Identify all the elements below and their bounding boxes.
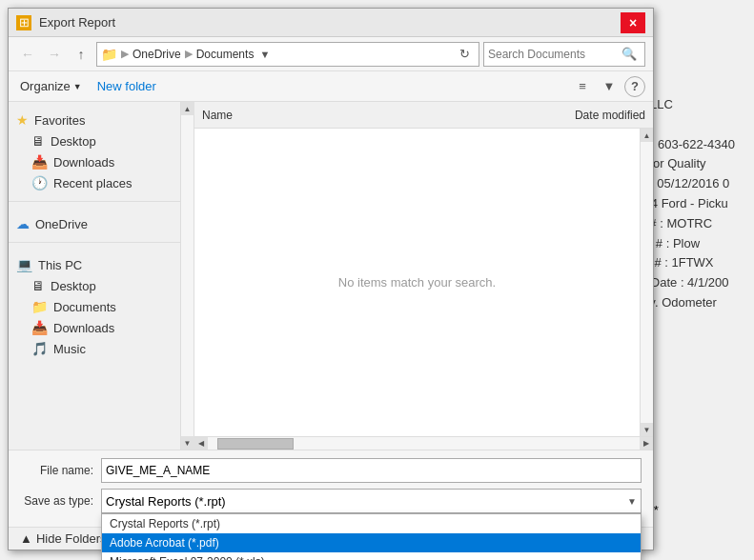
nav-bar: ← → ↑ 📁 ▶ OneDrive ▶ Documents ▼ ↻ 🔍	[9, 37, 653, 71]
option-acrobat[interactable]: Adobe Acrobat (*.pdf)	[102, 533, 641, 552]
forward-button[interactable]: →	[43, 43, 66, 66]
hscroll-thumb[interactable]	[217, 438, 294, 450]
filename-input[interactable]	[101, 458, 642, 483]
address-documents[interactable]: Documents	[196, 48, 255, 61]
downloads-pc-label: Downloads	[53, 321, 114, 335]
dialog-title: Export Report	[39, 15, 115, 30]
toolbar-right: ≡ ▼ ?	[571, 76, 645, 97]
address-dropdown-button[interactable]: ▼	[257, 49, 272, 60]
sidebar-item-downloads-pc[interactable]: 📥 Downloads	[9, 317, 180, 338]
vscroll-track	[641, 142, 653, 423]
sidebar-scroll-down[interactable]: ▼	[181, 436, 194, 450]
hide-folders-label: Hide Folders	[36, 531, 107, 546]
vscroll-up[interactable]: ▲	[641, 129, 654, 142]
toolbar: Organize ▼ New folder ≡ ▼ ?	[9, 71, 653, 102]
file-list-content: No items match your search.	[194, 129, 640, 436]
search-box: 🔍	[483, 42, 645, 67]
help-button[interactable]: ?	[624, 76, 645, 97]
sidebar-item-recent[interactable]: 🕐 Recent places	[9, 172, 180, 193]
horizontal-scrollbar: ◀ ▶	[194, 436, 653, 450]
recent-icon: 🕐	[31, 175, 48, 190]
computer-icon: 💻	[16, 257, 32, 272]
address-separator-1: ▶	[121, 48, 129, 60]
hscroll-track	[208, 437, 640, 450]
onedrive-icon: ☁	[16, 216, 30, 231]
this-pc-section: 💻 This PC 🖥 Desktop 📁 Documents 📥 Downlo…	[9, 247, 180, 363]
col-date-header: Date modified	[512, 109, 645, 122]
address-bar: 📁 ▶ OneDrive ▶ Documents ▼ ↻	[96, 42, 479, 67]
search-input[interactable]	[488, 48, 622, 61]
empty-message: No items match your search.	[338, 275, 496, 290]
hscroll-right[interactable]: ▶	[640, 437, 653, 450]
this-pc-label: This PC	[38, 258, 82, 272]
downloads-fav-label: Downloads	[53, 155, 114, 170]
option-excel[interactable]: Microsoft Excel 97-2000 (*.xls)	[102, 552, 641, 560]
saveas-selected-value: Crystal Reports (*.rpt)	[106, 494, 226, 509]
onedrive-label: OneDrive	[35, 217, 88, 231]
saveas-label: Save as type:	[20, 494, 101, 508]
sidebar-content: ★ Favorites 🖥 Desktop 📥 Downloads 🕐 Rece…	[9, 102, 180, 450]
vscroll-down[interactable]: ▼	[641, 423, 654, 436]
address-onedrive[interactable]: OneDrive	[132, 48, 181, 61]
sidebar-item-desktop-fav[interactable]: 🖥 Desktop	[9, 130, 180, 151]
sidebar-scrollbar: ▲ ▼	[180, 102, 194, 450]
form-area: File name: Save as type: Crystal Reports…	[9, 450, 653, 527]
favorites-icon: ★	[16, 112, 29, 128]
sidebar-item-documents[interactable]: 📁 Documents	[9, 296, 180, 317]
file-list-with-scroll: No items match your search. ▲ ▼	[194, 129, 653, 436]
organize-button[interactable]: Organize ▼	[16, 77, 86, 95]
documents-label: Documents	[53, 300, 116, 314]
back-button[interactable]: ←	[16, 43, 39, 66]
view-icon: ≡	[579, 79, 586, 93]
sidebar-scroll-up[interactable]: ▲	[181, 102, 194, 115]
sidebar-divider-2	[9, 242, 180, 243]
favorites-label: Favorites	[34, 113, 85, 128]
sidebar-item-downloads-fav[interactable]: 📥 Downloads	[9, 151, 180, 172]
view-button[interactable]: ≡	[571, 76, 594, 97]
vertical-scrollbar: ▲ ▼	[640, 129, 653, 436]
favorites-section: ★ Favorites 🖥 Desktop 📥 Downloads 🕐 Rece…	[9, 102, 180, 197]
up-button[interactable]: ↑	[70, 43, 92, 66]
desktop-pc-label: Desktop	[51, 279, 96, 293]
saveas-row: Save as type: Crystal Reports (*.rpt) ▼ …	[20, 489, 642, 513]
address-separator-2: ▶	[185, 48, 193, 60]
documents-icon: 📁	[31, 299, 48, 314]
desktop-fav-label: Desktop	[51, 134, 96, 149]
music-icon: 🎵	[31, 341, 48, 356]
saveas-dropdown-arrow: ▼	[627, 496, 637, 507]
sidebar: ★ Favorites 🖥 Desktop 📥 Downloads 🕐 Rece…	[9, 102, 194, 450]
onedrive-header[interactable]: ☁ OneDrive	[9, 213, 180, 234]
hscroll-left[interactable]: ◀	[194, 437, 208, 450]
address-folder-icon: 📁	[101, 47, 117, 62]
view-dropdown-button[interactable]: ▼	[598, 76, 621, 97]
search-icon: 🔍	[622, 47, 637, 61]
hide-folders-icon: ▲	[20, 531, 32, 546]
downloads-pc-icon: 📥	[31, 320, 48, 335]
organize-label: Organize	[20, 79, 71, 93]
file-area: Name Date modified No items match your s…	[194, 102, 653, 450]
dialog-icon: ⊞	[16, 15, 31, 30]
new-folder-label: New folder	[97, 79, 156, 93]
desktop-fav-icon: 🖥	[31, 133, 45, 149]
hide-folders-button[interactable]: ▲ Hide Folders	[20, 531, 107, 546]
recent-label: Recent places	[53, 176, 132, 190]
main-area: ★ Favorites 🖥 Desktop 📥 Downloads 🕐 Rece…	[9, 102, 653, 450]
filename-row: File name:	[20, 458, 642, 483]
refresh-button[interactable]: ↻	[454, 47, 475, 61]
sidebar-divider-1	[9, 201, 180, 202]
title-bar-left: ⊞ Export Report	[16, 15, 115, 30]
new-folder-button[interactable]: New folder	[93, 77, 160, 95]
sidebar-item-music[interactable]: 🎵 Music	[9, 338, 180, 359]
onedrive-section: ☁ OneDrive	[9, 206, 180, 238]
this-pc-header[interactable]: 💻 This PC	[9, 254, 180, 275]
saveas-dropdown-popup: Crystal Reports (*.rpt) Adobe Acrobat (*…	[101, 513, 642, 560]
sidebar-item-desktop-pc[interactable]: 🖥 Desktop	[9, 275, 180, 296]
desktop-pc-icon: 🖥	[31, 278, 45, 293]
sidebar-scroll-track	[181, 115, 194, 436]
option-crystal[interactable]: Crystal Reports (*.rpt)	[102, 514, 641, 533]
col-name-header: Name	[202, 109, 512, 122]
filename-label: File name:	[20, 464, 101, 477]
music-label: Music	[53, 342, 86, 356]
saveas-dropdown[interactable]: Crystal Reports (*.rpt) ▼	[101, 489, 642, 513]
close-button[interactable]: ×	[621, 12, 645, 33]
